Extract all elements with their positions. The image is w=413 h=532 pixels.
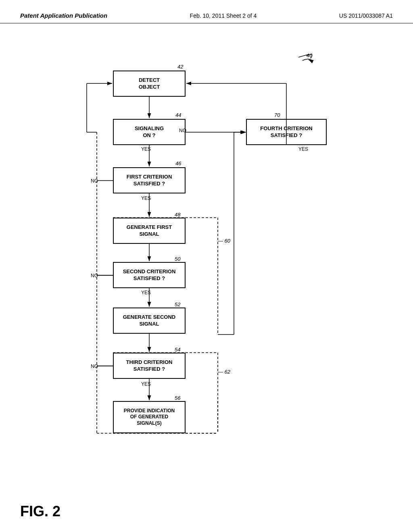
diagram-area: 40 42 DETECT OBJECT 44 SIGNALING ON ? 70… (20, 40, 393, 504)
box-generate-second-signal: GENERATE SECOND SIGNAL (113, 308, 186, 334)
figure-label: FIG. 2 (20, 503, 60, 520)
ref-62: — 62 (218, 369, 230, 375)
svg-text:YES: YES (141, 195, 151, 201)
box-signaling-on: SIGNALING ON ? (113, 119, 186, 145)
ref-60: — 60 (218, 238, 230, 244)
page-header: Patent Application Publication Feb. 10, … (0, 0, 413, 23)
date-sheet-label: Feb. 10, 2011 Sheet 2 of 4 (190, 12, 257, 19)
patent-number-label: US 2011/0033087 A1 (339, 12, 393, 19)
svg-text:NO: NO (91, 273, 98, 278)
box-third-criterion: THIRD CRITERION SATISFIED ? (113, 353, 186, 379)
ref-70: 70 (274, 112, 280, 118)
svg-text:NO: NO (91, 364, 98, 369)
box-second-criterion: SECOND CRITERION SATISFIED ? (113, 262, 186, 288)
box-first-criterion: FIRST CRITERION SATISFIED ? (113, 167, 186, 193)
svg-text:YES: YES (141, 146, 151, 152)
publication-label: Patent Application Publication (20, 12, 107, 19)
ref-40: 40 (307, 52, 312, 58)
svg-text:NO: NO (91, 178, 98, 184)
ref-56: 56 (175, 395, 180, 401)
ref-48: 48 (175, 212, 180, 218)
page: Patent Application Publication Feb. 10, … (0, 0, 413, 532)
ref-42: 42 (177, 64, 183, 70)
svg-text:YES: YES (298, 146, 308, 152)
ref-46: 46 (175, 160, 181, 166)
svg-text:YES: YES (141, 381, 151, 387)
flowchart-arrows: NO YES YES NO YES NO (20, 40, 393, 504)
box-generate-first-signal: GENERATE FIRST SIGNAL (113, 218, 186, 244)
box-detect-object: DETECT OBJECT (113, 71, 186, 97)
box-provide-indication: PROVIDE INDICATION OF GENERATED SIGNAL(S… (113, 401, 186, 433)
svg-text:YES: YES (141, 290, 151, 295)
ref-50: 50 (175, 256, 180, 262)
ref-44: 44 (175, 112, 181, 118)
ref-52: 52 (175, 301, 180, 308)
box-fourth-criterion: FOURTH CRITERION SATISFIED ? (246, 119, 327, 145)
ref-54: 54 (175, 347, 180, 353)
